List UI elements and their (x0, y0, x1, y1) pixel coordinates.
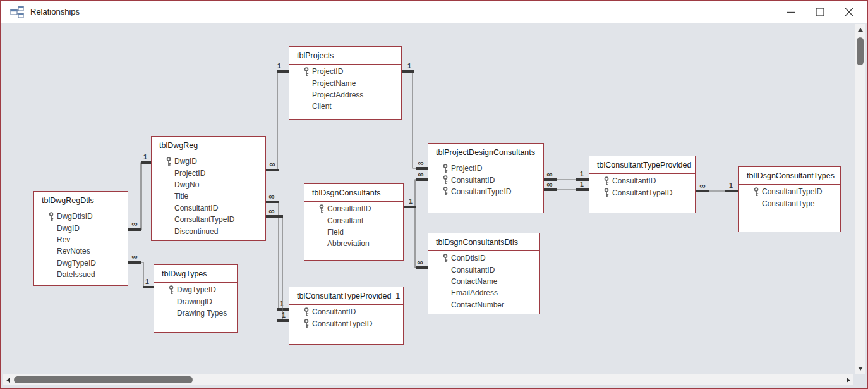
field-name: ConsultantID (451, 266, 495, 275)
horizontal-scrollbar[interactable] (3, 374, 853, 385)
field-row[interactable]: ConsultantType (739, 197, 840, 209)
scroll-up-button[interactable] (855, 24, 865, 35)
table-title[interactable]: tblConsultantTypeProvided_1 (289, 287, 403, 305)
table-title[interactable]: tblDwgRegDtls (34, 192, 128, 209)
field-row[interactable]: ConsultantTypeID (428, 186, 543, 197)
table-tblIDsgnConsultantTypes[interactable]: tblIDsgnConsultantTypesConsultantTypeIDC… (738, 166, 841, 232)
cardinality-many-label: ∞ (418, 158, 423, 168)
relationship-line[interactable]: 1∞ (404, 170, 428, 207)
field-row[interactable]: ProjectID (152, 167, 265, 178)
field-row[interactable]: ConsultantTypeID (589, 187, 695, 198)
field-list: DwgIDProjectIDDwgNoTitleConsultantIDCons… (152, 154, 265, 237)
field-name: DwgID (174, 157, 197, 166)
field-name: ProjectAddress (312, 90, 363, 99)
table-tblDsgnConsultantsDtls[interactable]: tblDsgnConsultantsDtlsConDtlsIDConsultan… (428, 233, 540, 314)
vertical-scrollbar[interactable] (855, 24, 865, 374)
field-row[interactable]: DwgTypeID (154, 284, 237, 295)
field-row[interactable]: ProjectID (428, 163, 543, 174)
table-title[interactable]: tblIDsgnConsultantTypes (739, 167, 840, 185)
horizontal-scrollbar-thumb[interactable] (14, 376, 193, 383)
relationship-line[interactable]: 1∞ (128, 153, 152, 230)
cardinality-many-label: ∞ (268, 192, 274, 201)
field-row[interactable]: ConsultantID (428, 174, 543, 185)
cardinality-one-label: 1 (282, 311, 286, 319)
table-title[interactable]: tblDsgnConsultants (304, 184, 403, 202)
field-row[interactable]: ProjectAddress (289, 89, 401, 101)
field-row[interactable]: ConsultantTypeID (152, 214, 265, 225)
field-row[interactable]: DwgDtlsID (34, 211, 128, 222)
table-tblProjects[interactable]: tblProjectsProjectIDProjectNameProjectAd… (289, 46, 402, 120)
field-row[interactable]: Discontinued (152, 225, 265, 237)
field-row[interactable]: Drawing Types (154, 307, 237, 319)
field-row[interactable]: ConsultantID (289, 306, 403, 318)
down-arrow-icon (858, 367, 863, 371)
relationship-join-line[interactable] (266, 216, 289, 321)
field-row[interactable]: DateIssued (34, 269, 128, 280)
field-row[interactable]: DwgTypeID (34, 257, 128, 269)
table-tblDsgnConsultants[interactable]: tblDsgnConsultantsConsultantIDConsultant… (304, 183, 404, 261)
relationship-line[interactable]: ∞1 (128, 252, 154, 288)
table-tblConsultantTypeProvided[interactable]: tblConsultantTypeProvidedConsultantIDCon… (589, 156, 696, 213)
relationship-join-line[interactable] (404, 207, 428, 268)
relationship-line[interactable]: 1∞ (266, 62, 289, 170)
table-tblConsultantTypeProvided_1[interactable]: tblConsultantTypeProvided_1ConsultantIDC… (289, 287, 404, 345)
field-row[interactable]: RevNotes (34, 245, 128, 257)
relationship-line[interactable]: ∞1 (544, 170, 589, 180)
scroll-right-button[interactable] (843, 374, 853, 385)
relationship-join-line[interactable] (402, 71, 428, 168)
field-row[interactable]: ConDtlsID (428, 252, 539, 264)
table-tblDwgReg[interactable]: tblDwgRegDwgIDProjectIDDwgNoTitleConsult… (151, 136, 266, 241)
table-title[interactable]: tblDsgnConsultantsDtls (428, 233, 539, 251)
relationship-line[interactable]: ∞1 (266, 206, 289, 321)
relationship-join-line[interactable] (266, 202, 289, 309)
relationship-line[interactable]: ∞ (404, 207, 428, 268)
relationship-join-line[interactable] (404, 180, 428, 207)
cardinality-one-label: 1 (407, 62, 411, 70)
field-row[interactable]: EmailAddress (428, 287, 539, 299)
relationship-join-line[interactable] (266, 71, 289, 170)
table-title[interactable]: tblProjects (289, 47, 401, 65)
table-title[interactable]: tblDwgTypes (154, 265, 237, 283)
field-row[interactable]: ContactNumber (428, 299, 539, 311)
field-row[interactable]: ConsultantID (428, 264, 539, 275)
field-row[interactable]: ConsultantID (304, 203, 403, 214)
field-row[interactable]: DrawingID (154, 295, 237, 307)
field-row[interactable]: Title (152, 190, 265, 202)
cardinality-many-label: ∞ (546, 180, 552, 189)
field-row[interactable]: DwgNo (152, 179, 265, 190)
field-row[interactable]: DwgID (34, 222, 128, 233)
field-name: Consultant (327, 216, 363, 225)
vertical-scrollbar-thumb[interactable] (857, 37, 864, 65)
field-row[interactable]: ConsultantTypeID (739, 186, 840, 197)
scroll-left-button[interactable] (3, 374, 13, 385)
field-row[interactable]: Abbreviation (304, 238, 403, 249)
field-row[interactable]: ProjectID (289, 66, 401, 77)
relationship-line[interactable]: 1∞ (402, 62, 428, 168)
scroll-down-button[interactable] (855, 363, 865, 374)
field-list: ConsultantIDConsultantTypeID (589, 174, 695, 199)
field-name: Discontinued (174, 227, 218, 236)
relationship-line[interactable]: ∞1 (696, 181, 738, 192)
field-row[interactable]: Field (304, 226, 403, 238)
table-title[interactable]: tblConsultantTypeProvided (589, 156, 695, 174)
field-list: ConsultantIDConsultantTypeID (289, 305, 403, 330)
field-row[interactable]: ContactName (428, 276, 539, 287)
field-row[interactable]: Client (289, 101, 401, 112)
field-name: ConDtlsID (451, 254, 486, 262)
field-row[interactable]: ConsultantTypeID (289, 318, 403, 329)
field-name: ConsultantTypeID (312, 319, 372, 328)
table-tblProjectDesignConsultants[interactable]: tblProjectDesignConsultantsProjectIDCons… (428, 143, 544, 213)
relationship-join-line[interactable] (128, 262, 154, 287)
field-name: DrawingID (177, 297, 212, 306)
field-row[interactable]: ProjectName (289, 77, 401, 89)
field-row[interactable]: DwgID (152, 156, 265, 167)
relationship-line[interactable]: ∞1 (544, 180, 589, 190)
table-title[interactable]: tblDwgReg (152, 137, 265, 154)
field-row[interactable]: Consultant (304, 214, 403, 226)
table-tblDwgRegDtls[interactable]: tblDwgRegDtlsDwgDtlsIDDwgIDRevRevNotesDw… (33, 191, 128, 286)
table-title[interactable]: tblProjectDesignConsultants (428, 144, 543, 161)
field-row[interactable]: ConsultantID (152, 202, 265, 214)
field-row[interactable]: Rev (34, 234, 128, 245)
field-row[interactable]: ConsultantID (589, 175, 695, 187)
table-tblDwgTypes[interactable]: tblDwgTypesDwgTypeIDDrawingIDDrawing Typ… (154, 264, 238, 333)
